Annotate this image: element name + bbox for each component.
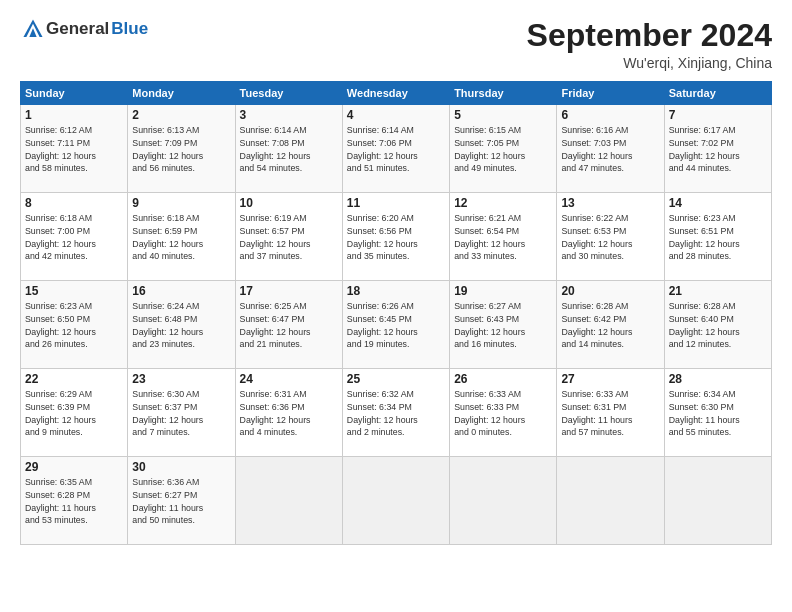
column-header-saturday: Saturday	[664, 82, 771, 105]
calendar-cell	[342, 457, 449, 545]
calendar-cell: 23Sunrise: 6:30 AM Sunset: 6:37 PM Dayli…	[128, 369, 235, 457]
day-content: Sunrise: 6:22 AM Sunset: 6:53 PM Dayligh…	[561, 212, 659, 263]
calendar-week-4: 22Sunrise: 6:29 AM Sunset: 6:39 PM Dayli…	[21, 369, 772, 457]
calendar-cell: 1Sunrise: 6:12 AM Sunset: 7:11 PM Daylig…	[21, 105, 128, 193]
calendar-cell: 6Sunrise: 6:16 AM Sunset: 7:03 PM Daylig…	[557, 105, 664, 193]
day-number: 15	[25, 284, 123, 298]
calendar-cell	[450, 457, 557, 545]
calendar-cell: 29Sunrise: 6:35 AM Sunset: 6:28 PM Dayli…	[21, 457, 128, 545]
calendar-cell: 22Sunrise: 6:29 AM Sunset: 6:39 PM Dayli…	[21, 369, 128, 457]
day-number: 11	[347, 196, 445, 210]
day-content: Sunrise: 6:17 AM Sunset: 7:02 PM Dayligh…	[669, 124, 767, 175]
day-content: Sunrise: 6:12 AM Sunset: 7:11 PM Dayligh…	[25, 124, 123, 175]
day-content: Sunrise: 6:36 AM Sunset: 6:27 PM Dayligh…	[132, 476, 230, 527]
calendar-cell: 18Sunrise: 6:26 AM Sunset: 6:45 PM Dayli…	[342, 281, 449, 369]
calendar-cell: 3Sunrise: 6:14 AM Sunset: 7:08 PM Daylig…	[235, 105, 342, 193]
day-content: Sunrise: 6:32 AM Sunset: 6:34 PM Dayligh…	[347, 388, 445, 439]
day-content: Sunrise: 6:34 AM Sunset: 6:30 PM Dayligh…	[669, 388, 767, 439]
calendar-cell: 19Sunrise: 6:27 AM Sunset: 6:43 PM Dayli…	[450, 281, 557, 369]
day-content: Sunrise: 6:28 AM Sunset: 6:40 PM Dayligh…	[669, 300, 767, 351]
calendar-cell: 10Sunrise: 6:19 AM Sunset: 6:57 PM Dayli…	[235, 193, 342, 281]
calendar-cell: 2Sunrise: 6:13 AM Sunset: 7:09 PM Daylig…	[128, 105, 235, 193]
day-content: Sunrise: 6:19 AM Sunset: 6:57 PM Dayligh…	[240, 212, 338, 263]
day-number: 10	[240, 196, 338, 210]
day-number: 12	[454, 196, 552, 210]
calendar-cell	[235, 457, 342, 545]
calendar-header-row: SundayMondayTuesdayWednesdayThursdayFrid…	[21, 82, 772, 105]
calendar-cell	[664, 457, 771, 545]
day-content: Sunrise: 6:23 AM Sunset: 6:50 PM Dayligh…	[25, 300, 123, 351]
calendar-cell: 20Sunrise: 6:28 AM Sunset: 6:42 PM Dayli…	[557, 281, 664, 369]
day-content: Sunrise: 6:35 AM Sunset: 6:28 PM Dayligh…	[25, 476, 123, 527]
calendar-cell: 16Sunrise: 6:24 AM Sunset: 6:48 PM Dayli…	[128, 281, 235, 369]
calendar-week-3: 15Sunrise: 6:23 AM Sunset: 6:50 PM Dayli…	[21, 281, 772, 369]
calendar-cell: 7Sunrise: 6:17 AM Sunset: 7:02 PM Daylig…	[664, 105, 771, 193]
day-number: 28	[669, 372, 767, 386]
day-number: 8	[25, 196, 123, 210]
day-number: 6	[561, 108, 659, 122]
column-header-tuesday: Tuesday	[235, 82, 342, 105]
month-title: September 2024	[527, 18, 772, 53]
day-content: Sunrise: 6:18 AM Sunset: 7:00 PM Dayligh…	[25, 212, 123, 263]
calendar-week-1: 1Sunrise: 6:12 AM Sunset: 7:11 PM Daylig…	[21, 105, 772, 193]
calendar-cell: 25Sunrise: 6:32 AM Sunset: 6:34 PM Dayli…	[342, 369, 449, 457]
day-number: 26	[454, 372, 552, 386]
day-number: 21	[669, 284, 767, 298]
day-number: 2	[132, 108, 230, 122]
day-number: 13	[561, 196, 659, 210]
calendar-cell: 12Sunrise: 6:21 AM Sunset: 6:54 PM Dayli…	[450, 193, 557, 281]
day-content: Sunrise: 6:28 AM Sunset: 6:42 PM Dayligh…	[561, 300, 659, 351]
calendar-cell: 21Sunrise: 6:28 AM Sunset: 6:40 PM Dayli…	[664, 281, 771, 369]
day-number: 25	[347, 372, 445, 386]
calendar-cell: 17Sunrise: 6:25 AM Sunset: 6:47 PM Dayli…	[235, 281, 342, 369]
day-number: 19	[454, 284, 552, 298]
day-number: 16	[132, 284, 230, 298]
day-number: 23	[132, 372, 230, 386]
calendar-week-2: 8Sunrise: 6:18 AM Sunset: 7:00 PM Daylig…	[21, 193, 772, 281]
day-number: 24	[240, 372, 338, 386]
column-header-friday: Friday	[557, 82, 664, 105]
calendar-week-5: 29Sunrise: 6:35 AM Sunset: 6:28 PM Dayli…	[21, 457, 772, 545]
calendar-cell: 30Sunrise: 6:36 AM Sunset: 6:27 PM Dayli…	[128, 457, 235, 545]
day-number: 22	[25, 372, 123, 386]
day-number: 14	[669, 196, 767, 210]
day-number: 5	[454, 108, 552, 122]
calendar-table: SundayMondayTuesdayWednesdayThursdayFrid…	[20, 81, 772, 545]
logo-general: General	[46, 19, 109, 39]
day-content: Sunrise: 6:16 AM Sunset: 7:03 PM Dayligh…	[561, 124, 659, 175]
day-number: 30	[132, 460, 230, 474]
column-header-monday: Monday	[128, 82, 235, 105]
day-content: Sunrise: 6:27 AM Sunset: 6:43 PM Dayligh…	[454, 300, 552, 351]
day-content: Sunrise: 6:25 AM Sunset: 6:47 PM Dayligh…	[240, 300, 338, 351]
day-content: Sunrise: 6:31 AM Sunset: 6:36 PM Dayligh…	[240, 388, 338, 439]
column-header-sunday: Sunday	[21, 82, 128, 105]
calendar-cell: 5Sunrise: 6:15 AM Sunset: 7:05 PM Daylig…	[450, 105, 557, 193]
logo-blue: Blue	[111, 19, 148, 39]
day-number: 3	[240, 108, 338, 122]
title-block: September 2024 Wu'erqi, Xinjiang, China	[527, 18, 772, 71]
logo-text: General Blue	[20, 18, 148, 40]
day-content: Sunrise: 6:18 AM Sunset: 6:59 PM Dayligh…	[132, 212, 230, 263]
header: General Blue September 2024 Wu'erqi, Xin…	[20, 18, 772, 71]
day-content: Sunrise: 6:33 AM Sunset: 6:33 PM Dayligh…	[454, 388, 552, 439]
day-number: 4	[347, 108, 445, 122]
day-content: Sunrise: 6:21 AM Sunset: 6:54 PM Dayligh…	[454, 212, 552, 263]
day-number: 29	[25, 460, 123, 474]
logo: General Blue	[20, 18, 148, 40]
day-content: Sunrise: 6:15 AM Sunset: 7:05 PM Dayligh…	[454, 124, 552, 175]
calendar-cell	[557, 457, 664, 545]
calendar-cell: 28Sunrise: 6:34 AM Sunset: 6:30 PM Dayli…	[664, 369, 771, 457]
day-content: Sunrise: 6:14 AM Sunset: 7:06 PM Dayligh…	[347, 124, 445, 175]
calendar-cell: 13Sunrise: 6:22 AM Sunset: 6:53 PM Dayli…	[557, 193, 664, 281]
day-number: 18	[347, 284, 445, 298]
calendar-cell: 27Sunrise: 6:33 AM Sunset: 6:31 PM Dayli…	[557, 369, 664, 457]
calendar-cell: 26Sunrise: 6:33 AM Sunset: 6:33 PM Dayli…	[450, 369, 557, 457]
day-content: Sunrise: 6:13 AM Sunset: 7:09 PM Dayligh…	[132, 124, 230, 175]
day-number: 7	[669, 108, 767, 122]
day-content: Sunrise: 6:30 AM Sunset: 6:37 PM Dayligh…	[132, 388, 230, 439]
day-content: Sunrise: 6:24 AM Sunset: 6:48 PM Dayligh…	[132, 300, 230, 351]
day-content: Sunrise: 6:20 AM Sunset: 6:56 PM Dayligh…	[347, 212, 445, 263]
page: General Blue September 2024 Wu'erqi, Xin…	[0, 0, 792, 612]
day-number: 9	[132, 196, 230, 210]
calendar-cell: 11Sunrise: 6:20 AM Sunset: 6:56 PM Dayli…	[342, 193, 449, 281]
